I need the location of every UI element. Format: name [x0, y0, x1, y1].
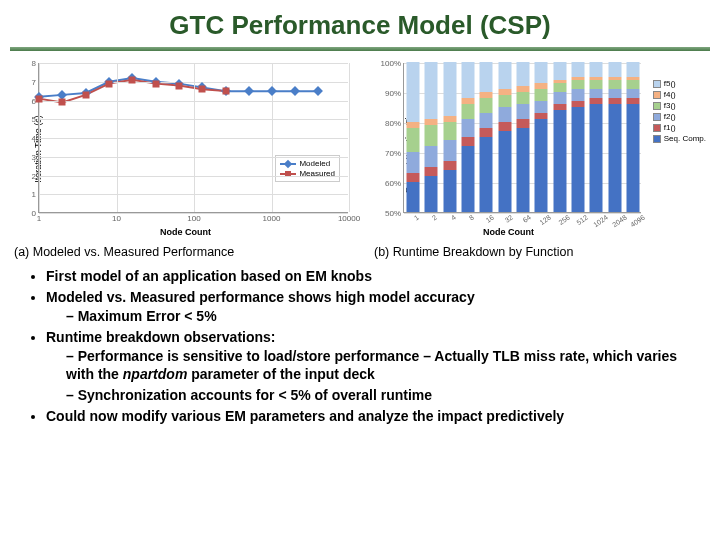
chart-a-legend: Modeled Measured: [275, 155, 340, 182]
chart-b-bar: [553, 62, 566, 212]
chart-b-xtick: 256: [556, 212, 571, 226]
chart-a-point: [82, 91, 89, 98]
title-rule: [10, 47, 710, 51]
chart-a-point: [152, 80, 159, 87]
chart-b-ytick: 50%: [385, 209, 404, 218]
chart-b-ytick: 70%: [385, 149, 404, 158]
chart-a-xlabel: Node Count: [8, 227, 363, 237]
chart-b-xlabel: Node Count: [369, 227, 648, 237]
chart-b-xtick: 2048: [610, 212, 628, 228]
charts-row: Iteration Time (s) Modeled Measured 0123…: [0, 57, 720, 241]
chart-b-bar: [462, 62, 475, 212]
chart-b-bar: [626, 62, 639, 212]
chart-b-bar: [535, 62, 548, 212]
chart-a-ytick: 7: [32, 77, 39, 86]
chart-b-legend-item: f1(): [653, 123, 706, 132]
bullet-list: First model of an application based on E…: [0, 267, 720, 426]
chart-b-bar: [407, 62, 420, 212]
chart-b-ytick: 60%: [385, 179, 404, 188]
bullet-item: Could now modify various EM parameters a…: [46, 407, 694, 426]
bullet-item: Runtime breakdown observations:Performan…: [46, 328, 694, 406]
chart-a-xtick: 10000: [338, 212, 360, 223]
chart-b-xtick: 128: [538, 212, 553, 226]
chart-b-ytick: 100%: [381, 59, 404, 68]
chart-b-xtick: 1024: [591, 212, 609, 228]
chart-b-bar: [608, 62, 621, 212]
chart-a-point: [59, 99, 66, 106]
chart-b-legend-item: f4(): [653, 90, 706, 99]
chart-b-bar: [443, 62, 456, 212]
slide-title: GTC Performance Model (CSP): [0, 0, 720, 47]
bullet-item: Modeled vs. Measured performance shows h…: [46, 288, 694, 326]
chart-b-bar: [498, 62, 511, 212]
chart-a-ytick: 1: [32, 190, 39, 199]
chart-b-legend-item: Seq. Comp.: [653, 134, 706, 143]
chart-a-point: [222, 88, 229, 95]
sub-bullet-item: Maximum Error < 5%: [66, 307, 694, 326]
chart-b: Percent Iteration Time 50%60%70%80%90%10…: [369, 57, 704, 241]
chart-a-ytick: 2: [32, 171, 39, 180]
caption-b: (b) Runtime Breakdown by Function: [374, 245, 706, 259]
chart-a-point: [105, 80, 112, 87]
chart-a-point: [36, 95, 43, 102]
chart-a-ytick: 5: [32, 115, 39, 124]
chart-b-ytick: 80%: [385, 119, 404, 128]
legend-measured: Measured: [299, 169, 335, 178]
chart-a-xtick: 1: [37, 212, 41, 223]
chart-a: Iteration Time (s) Modeled Measured 0123…: [8, 57, 363, 241]
chart-b-bar: [517, 62, 530, 212]
caption-a: (a) Modeled vs. Measured Performance: [14, 245, 374, 259]
chart-a-ytick: 8: [32, 59, 39, 68]
chart-a-xtick: 10: [112, 212, 121, 223]
chart-b-bar: [571, 62, 584, 212]
chart-a-point: [199, 86, 206, 93]
chart-a-xtick: 100: [187, 212, 200, 223]
chart-b-legend: f5()f4()f3()f2()f1()Seq. Comp.: [653, 77, 706, 145]
chart-b-ytick: 90%: [385, 89, 404, 98]
chart-a-point: [129, 76, 136, 83]
chart-b-legend-item: f2(): [653, 112, 706, 121]
legend-modeled: Modeled: [299, 159, 330, 168]
chart-b-bar: [590, 62, 603, 212]
sub-bullet-item: Performance is sensitive to load/store p…: [66, 347, 694, 385]
bullet-item: First model of an application based on E…: [46, 267, 694, 286]
sub-bullet-item: Synchronization accounts for < 5% of ove…: [66, 386, 694, 405]
chart-a-ytick: 4: [32, 134, 39, 143]
chart-b-legend-item: f5(): [653, 79, 706, 88]
chart-a-ytick: 3: [32, 152, 39, 161]
chart-b-xtick: 4096: [628, 212, 646, 228]
chart-a-xtick: 1000: [263, 212, 281, 223]
chart-b-bar: [425, 62, 438, 212]
chart-b-legend-item: f3(): [653, 101, 706, 110]
chart-b-xtick: 512: [574, 212, 589, 226]
chart-b-bar: [480, 62, 493, 212]
captions: (a) Modeled vs. Measured Performance (b)…: [0, 241, 720, 267]
chart-a-point: [175, 82, 182, 89]
